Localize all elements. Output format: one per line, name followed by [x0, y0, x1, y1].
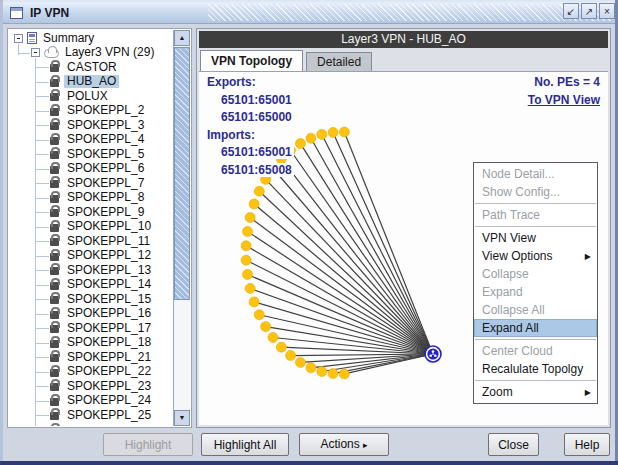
menu-item-view-options[interactable]: View Options▶ [474, 247, 597, 265]
spoke-node[interactable] [245, 283, 255, 293]
help-button[interactable]: Help [564, 433, 610, 456]
close-window-button[interactable]: × [599, 3, 615, 19]
spoke-node[interactable] [245, 213, 255, 223]
tree-item[interactable]: SPOKEPPL_14 [10, 278, 172, 293]
tree-item[interactable]: SPOKEPPL_17 [10, 321, 172, 336]
scrollbar-up-icon[interactable]: ▲ [174, 30, 190, 46]
lock-icon [50, 195, 59, 203]
spoke-node[interactable] [306, 133, 316, 143]
spoke-node[interactable] [306, 363, 316, 373]
menu-separator [475, 203, 596, 204]
actions-button[interactable]: Actions ▸ [299, 433, 389, 456]
tree-item[interactable]: SPOKEPPL_8 [10, 191, 172, 206]
tree-item-label: SPOKEPPL_15 [64, 293, 154, 306]
maximize-button[interactable]: ↗ [581, 3, 597, 19]
spoke-node[interactable] [317, 129, 327, 139]
tree-item[interactable]: SPOKEPPL_5 [10, 147, 172, 162]
spoke-node[interactable] [241, 255, 251, 265]
lock-icon [50, 340, 59, 348]
spoke-node[interactable] [243, 227, 253, 237]
tree-item-label: SPOKEPPL_11 [64, 235, 153, 248]
menu-separator [475, 339, 596, 340]
highlight-all-button[interactable]: Highlight All [201, 433, 289, 456]
tree-item[interactable]: SPOKEPPL_9 [10, 205, 172, 220]
tree-item[interactable]: SPOKEPPL_21 [10, 350, 172, 365]
spoke-node[interactable] [317, 367, 327, 377]
menu-item-expand-all[interactable]: Expand All [474, 319, 597, 337]
menu-item-show-config: Show Config... [474, 183, 597, 201]
scrollbar-down-icon[interactable]: ▼ [174, 410, 190, 426]
spoke-node[interactable] [295, 357, 305, 367]
tree-item-label: SPOKEPPL_10 [64, 220, 154, 233]
spoke-node[interactable] [241, 241, 251, 251]
tree-collapse-handle[interactable] [14, 34, 23, 43]
spoke-node[interactable] [286, 351, 296, 361]
menu-item-recalulate-topolgy[interactable]: Recalulate Topolgy [474, 360, 597, 378]
pe-count: No. PEs = 4 [528, 74, 600, 92]
spoke-node[interactable] [295, 139, 305, 149]
tree-item-label: HUB_AO [64, 75, 119, 88]
tree-collapse-handle[interactable] [31, 48, 40, 57]
minimize-button[interactable]: ↙ [563, 3, 579, 19]
lock-icon [50, 224, 59, 232]
tree-item[interactable]: SPOKEPPL_15 [10, 292, 172, 307]
tab-vpn-topology[interactable]: VPN Topology [200, 50, 303, 71]
spoke-node[interactable] [249, 297, 259, 307]
tree-item-label: SPOKEPPL_5 [64, 148, 147, 161]
route-targets: Exports: 65101:65001 65101:65000 Imports… [205, 74, 294, 179]
tree-item[interactable]: SPOKEPPL_22 [10, 365, 172, 380]
tree-item-label: SPOKEPPL_3 [64, 119, 147, 132]
tree-item[interactable] [10, 423, 172, 427]
tree-item[interactable]: SPOKEPPL_2 [10, 104, 172, 119]
tree-item[interactable]: POLUX [10, 89, 172, 104]
spoke-node[interactable] [249, 199, 259, 209]
spoke-node[interactable] [254, 310, 264, 320]
spoke-node[interactable] [339, 369, 349, 379]
tab-detailed[interactable]: Detailed [306, 52, 372, 71]
spoke-node[interactable] [276, 342, 286, 352]
menu-item-label: Collapse [482, 267, 529, 281]
tree-item[interactable]: SPOKEPPL_25 [10, 408, 172, 423]
export-value: 65101:65000 [219, 109, 294, 127]
submenu-arrow-icon: ▶ [585, 384, 591, 402]
context-menu: Node Detail...Show Config...Path TraceVP… [473, 162, 598, 404]
tree-item[interactable]: CASTOR [10, 60, 172, 75]
tree-item[interactable]: SPOKEPPL_10 [10, 220, 172, 235]
lock-icon [50, 122, 59, 130]
tree-item-summary[interactable]: Summary [10, 31, 172, 46]
tree-scrollbar[interactable]: ▲ ▼ [173, 30, 190, 426]
menu-item-label: Path Trace [482, 208, 540, 222]
spoke-node[interactable] [328, 127, 338, 137]
tree-item[interactable]: SPOKEPPL_12 [10, 249, 172, 264]
spoke-node[interactable] [261, 322, 271, 332]
tree-item[interactable]: SPOKEPPL_13 [10, 263, 172, 278]
tree-item[interactable]: SPOKEPPL_16 [10, 307, 172, 322]
hub-icon [432, 350, 435, 353]
tree-item[interactable]: SPOKEPPL_6 [10, 162, 172, 177]
panel-title: Layer3 VPN - HUB_AO [199, 31, 608, 48]
tree-item[interactable]: SPOKEPPL_11 [10, 234, 172, 249]
tree-item[interactable]: SPOKEPPL_7 [10, 176, 172, 191]
lock-icon [50, 383, 59, 391]
spoke-node[interactable] [339, 127, 349, 137]
spoke-node[interactable] [243, 269, 253, 279]
tree-item-label: SPOKEPPL_22 [64, 365, 154, 378]
tree-item[interactable]: SPOKEPPL_4 [10, 133, 172, 148]
tree-item[interactable]: SPOKEPPL_18 [10, 336, 172, 351]
menu-item-vpn-view[interactable]: VPN View [474, 229, 597, 247]
tree-item[interactable]: HUB_AO [10, 75, 172, 90]
spoke-node[interactable] [328, 369, 338, 379]
menu-separator [475, 380, 596, 381]
menu-item-collapse: Collapse [474, 265, 597, 283]
spoke-node[interactable] [268, 333, 278, 343]
tree-item[interactable]: SPOKEPPL_3 [10, 118, 172, 133]
to-vpn-view-link[interactable]: To VPN View [528, 92, 600, 110]
tree-item-layer3-vpn[interactable]: Layer3 VPN (29) [10, 46, 172, 61]
tree-item[interactable]: SPOKEPPL_24 [10, 394, 172, 409]
close-button[interactable]: Close [488, 433, 539, 456]
tree-item[interactable]: SPOKEPPL_23 [10, 379, 172, 394]
tree-item-label: CASTOR [64, 61, 120, 74]
menu-item-zoom[interactable]: Zoom▶ [474, 383, 597, 401]
spoke-node[interactable] [254, 186, 264, 196]
scrollbar-thumb[interactable] [174, 47, 190, 300]
